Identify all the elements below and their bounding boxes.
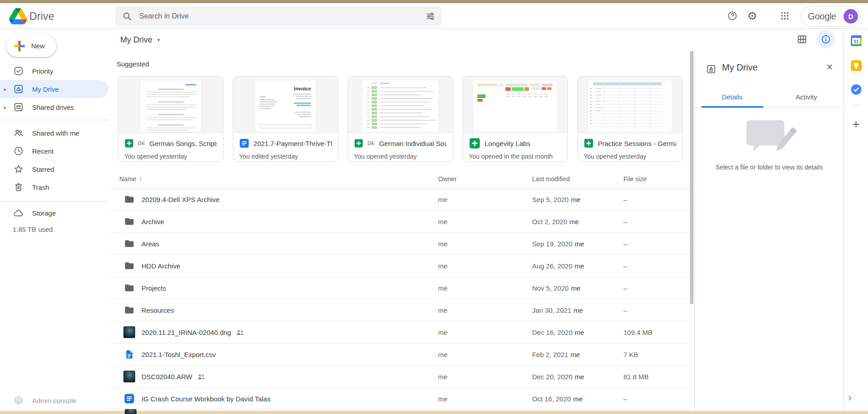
file-owner: me <box>438 196 448 203</box>
google-apps-button[interactable] <box>775 6 795 26</box>
admin-console-icon <box>13 395 24 406</box>
search-icon[interactable] <box>122 11 132 21</box>
sidebar-item-trash[interactable]: Trash <box>0 178 108 196</box>
avatar[interactable]: D <box>844 9 858 24</box>
file-name: Resources <box>142 306 174 314</box>
file-name: Archive <box>142 218 164 226</box>
new-button[interactable]: New <box>6 35 57 57</box>
tasks-icon[interactable] <box>850 84 862 95</box>
card-footer: Longevity Labs You opened in the past mo… <box>463 132 567 161</box>
file-row[interactable]: 20209.4-Dell XPS Archive me Sep 5, 2020m… <box>111 188 690 211</box>
column-header-modified: Last modified <box>532 175 570 183</box>
card-thumbnail <box>118 76 223 132</box>
sidebar-divider <box>0 120 109 120</box>
sidebar-item-recent[interactable]: Recent <box>0 142 108 160</box>
drive-logo[interactable]: Drive <box>9 8 54 25</box>
file-row[interactable]: Projects me Nov 5, 2020me – <box>111 277 690 299</box>
file-modified: Dec 16, 2020me <box>532 329 584 336</box>
cloud-icon <box>13 207 24 218</box>
file-icon <box>123 348 136 361</box>
file-size: – <box>623 306 627 314</box>
file-row[interactable]: 2020.11.21_IRINA-02040.dng me Dec 16, 20… <box>111 321 690 343</box>
sidebar-item-shared-drives[interactable]: ▸ Shared drives <box>0 98 108 116</box>
file-row[interactable]: HDD Archive me Aug 26, 2020me – <box>111 255 690 277</box>
help-button[interactable] <box>722 6 742 26</box>
card-subtitle: You edited yesterday <box>239 153 332 160</box>
card-prefix: DE <box>368 141 375 146</box>
sidebar-item-label: Shared with me <box>32 129 79 137</box>
sidebar-item-my-drive[interactable]: ▸ My Drive <box>0 80 108 98</box>
location-toolbar: My Drive ▾ <box>111 28 844 51</box>
file-size: – <box>623 284 627 292</box>
file-modified: Sep 5, 2020me <box>532 196 580 203</box>
sidebar-item-storage[interactable]: Storage <box>0 204 108 222</box>
sheets-icon <box>124 137 134 149</box>
file-size: – <box>623 196 627 203</box>
tab-details[interactable]: Details <box>695 89 769 108</box>
suggested-card[interactable]: Invoice 2021.7-Payment-Thrive-The... You… <box>233 76 338 162</box>
sidebar-item-priority[interactable]: Priority <box>0 62 108 80</box>
priority-icon <box>13 66 24 76</box>
search-bar[interactable] <box>115 6 442 26</box>
keep-icon[interactable] <box>850 60 862 71</box>
collapse-chevron-icon[interactable] <box>845 394 854 403</box>
scrollbar[interactable] <box>690 51 693 304</box>
search-input[interactable] <box>138 12 425 21</box>
settings-button[interactable]: ⚙ <box>742 6 762 26</box>
sidebar-item-label: Shared drives <box>32 104 74 111</box>
add-addon-icon[interactable]: + <box>852 118 859 131</box>
suggested-card[interactable]: Longevity Labs You opened in the past mo… <box>462 76 568 162</box>
tab-activity[interactable]: Activity <box>769 89 844 108</box>
sidebar-item-label: Trash <box>32 183 49 191</box>
card-thumbnail <box>463 76 567 132</box>
file-name: IG Crash Course Workbook by David Talas <box>142 395 270 403</box>
file-size: – <box>623 218 627 226</box>
gear-icon: ⚙ <box>747 10 757 22</box>
card-subtitle: You opened in the past month <box>469 153 561 160</box>
sidebar-item-starred[interactable]: Starred <box>0 160 108 178</box>
sidebar-item-label: Storage <box>32 209 56 217</box>
close-icon[interactable]: × <box>826 61 833 72</box>
file-owner: me <box>438 284 448 292</box>
file-modified: Sep 19, 2020me <box>532 240 584 248</box>
sort-arrow-up-icon[interactable]: ↑ <box>139 175 142 183</box>
card-thumbnail: Invoice <box>233 76 338 132</box>
file-row[interactable]: IG Crash Course Workbook by David Talas … <box>111 388 690 410</box>
search-options-tune-icon[interactable] <box>425 11 435 21</box>
window-frame-strip-top <box>0 0 868 3</box>
admin-console-link[interactable]: Admin console <box>0 392 108 409</box>
file-size: 81.8 MB <box>623 373 649 381</box>
docs-icon <box>239 137 250 149</box>
calendar-icon[interactable]: 31 <box>850 35 862 47</box>
docs-icon <box>123 392 136 405</box>
suggested-card[interactable]: DE German Individual Sound ... You opene… <box>348 76 453 162</box>
file-size: – <box>623 395 627 403</box>
breadcrumb[interactable]: My Drive ▾ <box>120 35 160 44</box>
file-row[interactable]: Archive me Oct 2, 2020me – <box>111 211 690 233</box>
file-row[interactable]: Areas me Sep 19, 2020me – <box>111 233 690 255</box>
file-thumbnail-partial <box>125 409 137 414</box>
details-info-button[interactable] <box>817 30 835 48</box>
sidebar-item-shared-with-me[interactable]: Shared with me <box>0 124 108 142</box>
file-row[interactable]: DSC02040.ARW me Dec 20, 2020me 81.8 MB <box>111 366 690 388</box>
expand-arrow-icon[interactable]: ▸ <box>4 87 6 92</box>
file-row[interactable]: 2021.1-Toshl_Export.csv me Feb 2, 2021me… <box>111 343 690 366</box>
grid-view-button[interactable] <box>793 30 811 48</box>
help-icon <box>727 10 738 21</box>
file-row[interactable]: Resources me Jan 30, 2021me – <box>111 299 690 321</box>
suggested-card[interactable]: Practice Sessions - German ... You opene… <box>577 76 683 162</box>
image-thumbnail <box>123 370 136 383</box>
column-header-name[interactable]: Name <box>119 175 136 183</box>
chevron-down-icon[interactable]: ▾ <box>157 37 160 42</box>
folder-icon <box>123 193 136 206</box>
suggested-card[interactable]: DE German Songs, Scripts & ... You opene… <box>118 76 223 162</box>
card-thumbnail <box>578 76 682 132</box>
card-footer: DE German Songs, Scripts & ... You opene… <box>118 132 223 161</box>
sidebar-divider <box>0 201 109 202</box>
expand-arrow-icon[interactable]: ▸ <box>4 105 6 110</box>
storage-used-text: 1.85 TB used <box>13 226 53 233</box>
card-prefix: DE <box>138 141 145 146</box>
file-size: – <box>623 240 627 248</box>
app-header: Drive ⚙ <box>0 3 868 29</box>
account-pill[interactable]: Google D <box>801 6 861 27</box>
